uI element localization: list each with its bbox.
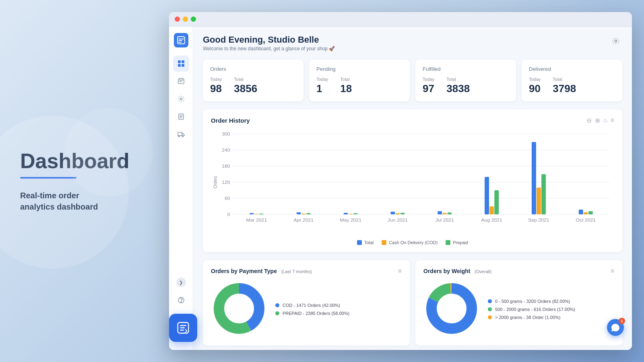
svg-rect-31 [259, 214, 264, 214]
stat-total-value: 18 [340, 82, 352, 95]
stat-today: Today 1 [316, 77, 328, 95]
stat-total-label: Total [553, 77, 576, 82]
stat-today-label: Today [316, 77, 328, 82]
stat-card-delivered: Delivered Today 90 Total 3798 [522, 60, 622, 101]
svg-text:240: 240 [222, 148, 230, 152]
svg-rect-51 [494, 190, 499, 214]
stat-total-label: Total [234, 77, 257, 82]
weight-donut-title-group: Orders by Weight (Overall) [423, 267, 491, 275]
payment-donut-subtitle: (Last 7 months) [281, 269, 312, 274]
stat-total: Total 3838 [446, 77, 470, 95]
stat-total-label: Total [340, 77, 352, 82]
svg-point-15 [615, 40, 617, 42]
weight-donut-menu-icon[interactable]: ≡ [611, 267, 614, 275]
svg-text:Mar 2021: Mar 2021 [246, 218, 267, 222]
weight-legend-item: 500 - 2000 grams - 616 Orders (17.00%) [488, 307, 575, 312]
payment-donut-menu-icon[interactable]: ≡ [398, 267, 402, 275]
sidebar-item-dashboard[interactable] [173, 56, 189, 72]
deco-circle-small [64, 108, 153, 196]
svg-rect-57 [579, 210, 583, 214]
svg-rect-39 [353, 213, 358, 214]
settings-icon[interactable] [609, 35, 622, 47]
svg-rect-3 [182, 60, 184, 63]
svg-rect-47 [447, 212, 452, 214]
stat-today-label: Today [529, 77, 541, 82]
close-button[interactable] [175, 16, 180, 22]
stat-values: Today 97 Total 3838 [423, 77, 509, 95]
svg-rect-6 [178, 79, 184, 84]
legend-item: Prepaid [446, 240, 468, 245]
svg-rect-35 [306, 213, 311, 214]
stats-row: Orders Today 98 Total 3856 Pending Today… [203, 60, 622, 101]
chart-header: Order History ⊖ ⊕ ⌂ ≡ [211, 117, 614, 124]
stat-total-label: Total [446, 77, 470, 82]
payment-donut-content: COD - 1471 Orders (42.00%)PREPAID - 2385… [211, 280, 402, 338]
sidebar-item-orders[interactable] [173, 73, 189, 89]
payment-donut-title: Orders by Payment Type [211, 268, 277, 274]
svg-rect-37 [344, 213, 348, 214]
sidebar-item-support[interactable] [173, 292, 189, 308]
sidebar: ❯ [169, 27, 193, 350]
sidebar-item-settings[interactable] [173, 91, 189, 107]
minimize-button[interactable] [183, 16, 188, 22]
svg-rect-58 [584, 212, 588, 214]
order-history-card: Order History ⊖ ⊕ ⌂ ≡ 060120180240300Ord… [203, 109, 622, 252]
stat-today-label: Today [210, 77, 222, 82]
zoom-out-icon[interactable]: ⊖ [586, 117, 592, 124]
stat-today-value: 90 [529, 82, 541, 95]
app-window: ❯ [169, 12, 632, 350]
svg-rect-33 [297, 212, 301, 214]
svg-point-10 [182, 136, 183, 137]
svg-rect-5 [182, 64, 184, 67]
stat-card-fulfilled: Fulfilled Today 97 Total 3838 [415, 60, 516, 101]
stat-today: Today 98 [210, 77, 222, 95]
menu-icon[interactable]: ≡ [611, 117, 614, 124]
payment-legend-item: PREPAID - 2385 Orders (58.00%) [275, 311, 349, 316]
svg-point-12 [181, 302, 181, 302]
svg-text:Jul 2021: Jul 2021 [436, 218, 454, 222]
dashboard-header: Good Evening, Studio Belle Welcome to th… [203, 35, 622, 51]
svg-point-63 [226, 295, 252, 322]
svg-text:Apr 2021: Apr 2021 [293, 218, 314, 222]
dashboard-panel: Good Evening, Studio Belle Welcome to th… [193, 27, 632, 350]
payment-donut-chart [211, 280, 267, 338]
greeting-title: Good Evening, Studio Belle [203, 35, 335, 45]
weight-donut-card: Orders by Weight (Overall) ≡ [415, 260, 622, 346]
payment-donut-card: Orders by Payment Type (Last 7 months) ≡ [203, 260, 410, 346]
left-panel: Dashboard Real-time orderanalytics dashb… [0, 125, 169, 236]
zoom-in-icon[interactable]: ⊕ [595, 117, 600, 124]
sidebar-collapse-button[interactable]: ❯ [176, 278, 186, 287]
svg-point-7 [180, 98, 182, 100]
svg-text:Oct 2021: Oct 2021 [576, 218, 596, 222]
svg-text:Aug 2021: Aug 2021 [481, 218, 502, 222]
weight-donut-chart [423, 280, 480, 338]
chart-controls: ⊖ ⊕ ⌂ ≡ [586, 117, 614, 124]
legend-item: Cash On Delivery (COD) [382, 240, 438, 245]
stat-values: Today 90 Total 3798 [529, 77, 615, 95]
maximize-button[interactable] [191, 16, 196, 22]
stat-today-value: 98 [210, 82, 222, 95]
svg-rect-46 [442, 213, 447, 214]
stat-card-pending: Pending Today 1 Total 18 [309, 60, 410, 101]
svg-text:120: 120 [222, 180, 230, 185]
svg-rect-43 [400, 213, 405, 214]
sidebar-item-pages[interactable] [173, 109, 189, 125]
sidebar-item-shipping[interactable] [173, 126, 189, 142]
stat-today: Today 97 [423, 77, 434, 95]
svg-point-9 [178, 136, 180, 137]
greeting: Good Evening, Studio Belle Welcome to th… [203, 35, 335, 51]
payment-donut-legend: COD - 1471 Orders (42.00%)PREPAID - 2385… [275, 303, 349, 316]
svg-rect-42 [395, 213, 400, 214]
floating-app-icon[interactable] [169, 314, 197, 342]
sidebar-logo [174, 33, 188, 47]
weight-donut-legend: 0 - 500 grams - 3200 Orders (82.00%)500 … [488, 299, 575, 320]
stat-title: Pending [316, 66, 402, 72]
chart-title: Order History [211, 117, 250, 124]
svg-text:Sep 2021: Sep 2021 [528, 218, 549, 222]
home-icon[interactable]: ⌂ [603, 117, 607, 124]
svg-text:300: 300 [222, 132, 230, 136]
stat-total-value: 3798 [553, 82, 576, 95]
stat-total: Total 3798 [553, 77, 576, 95]
chat-button[interactable]: 1 [607, 319, 624, 336]
svg-text:60: 60 [225, 196, 230, 201]
